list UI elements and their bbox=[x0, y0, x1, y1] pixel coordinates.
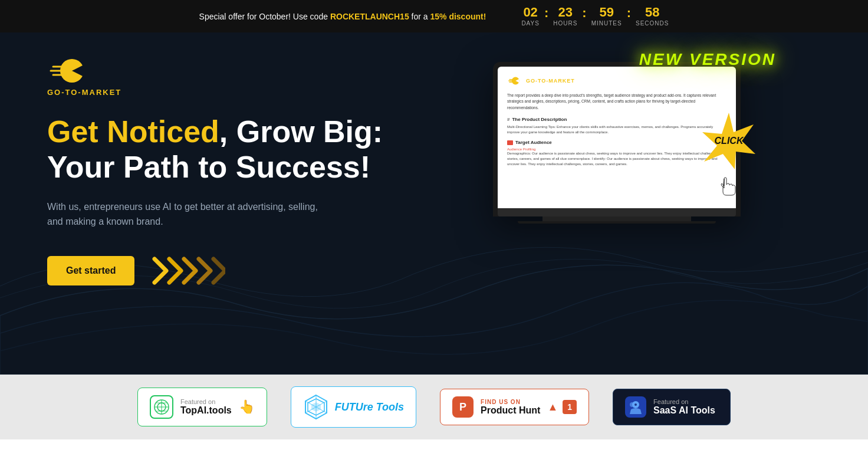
bottom-teaser: You have launched your product, and no o… bbox=[0, 439, 868, 453]
hero-left: GO-TO-MARKET Get Noticed, Grow Big: Your… bbox=[47, 56, 413, 288]
logo-area: GO-TO-MARKET bbox=[47, 56, 413, 97]
topai-label-top: Featured on bbox=[180, 398, 232, 405]
logo-text: GO-TO-MARKET bbox=[47, 88, 121, 97]
discount-text: 15% discount! bbox=[430, 12, 486, 21]
laptop-stand bbox=[542, 216, 691, 221]
countdown-sep-1: : bbox=[544, 6, 548, 19]
hero-right: NEW VERSION GO-TO-MARKET bbox=[413, 56, 821, 224]
click-badge: CLICK bbox=[699, 111, 758, 200]
logo-icon bbox=[47, 56, 88, 86]
topai-emoji: 👆 bbox=[239, 399, 255, 415]
countdown-hours: 23 HOURS bbox=[553, 6, 577, 27]
topai-logo-icon bbox=[153, 399, 170, 415]
countdown-minutes: 59 MINUTES bbox=[591, 6, 622, 27]
hero-title-highlight: Get Noticed bbox=[47, 114, 219, 149]
laptop-base bbox=[498, 208, 736, 216]
future-tools-label: FUTUre Tools bbox=[335, 401, 404, 413]
saas-ai-label-main: SaaS AI Tools bbox=[653, 405, 715, 416]
promo-code: ROCKETLAUNCH15 bbox=[330, 12, 409, 21]
hero-title: Get Noticed, Grow Big: Your Path to Succ… bbox=[47, 114, 413, 185]
future-tools-icon bbox=[303, 394, 329, 420]
screen-section-2: Target Audience Audience Profiling Demog… bbox=[507, 140, 726, 167]
topai-icon bbox=[150, 395, 173, 419]
product-hunt-badge[interactable]: P FIND US ON Product Hunt ▲ 1 bbox=[440, 389, 589, 425]
screen-section-1: # The Product Description Multi-Directio… bbox=[507, 117, 726, 135]
banner-text-1: Special offer for October! Use code bbox=[199, 12, 330, 21]
cursor-hand-icon bbox=[717, 174, 741, 198]
ph-arrow-icon: ▲ bbox=[547, 401, 558, 413]
saas-ai-logo-icon bbox=[627, 399, 644, 415]
ph-right: ▲ 1 bbox=[547, 400, 577, 414]
countdown-sep-3: : bbox=[627, 6, 631, 19]
screen-target-icon bbox=[507, 140, 513, 145]
svg-point-24 bbox=[630, 402, 634, 407]
laptop-foot bbox=[518, 221, 716, 224]
topai-label-main: TopAI.tools bbox=[180, 405, 232, 416]
countdown-sep-2: : bbox=[582, 6, 586, 19]
screen-header: GO-TO-MARKET bbox=[507, 76, 726, 86]
screen-section-1-title: # The Product Description bbox=[507, 117, 726, 122]
screen-intro: The report provides a deep dive into pro… bbox=[507, 93, 726, 111]
new-version-badge: NEW VERSION bbox=[639, 50, 776, 69]
countdown-days: 02 DAYS bbox=[521, 6, 540, 27]
laptop-container: NEW VERSION GO-TO-MARKET bbox=[493, 62, 741, 224]
saas-ai-badge[interactable]: Featured on SaaS AI Tools bbox=[613, 389, 731, 425]
countdown-seconds: 58 SECONDS bbox=[636, 6, 669, 27]
ph-count: 1 bbox=[563, 400, 577, 414]
screen-section-2-text: Demographics: Our audience is passionate… bbox=[507, 151, 726, 167]
ph-label-top: FIND US ON bbox=[481, 399, 540, 405]
svg-point-25 bbox=[634, 403, 637, 406]
banner-text: Special offer for October! Use code ROCK… bbox=[199, 12, 486, 21]
cta-row: Get started bbox=[47, 253, 413, 288]
saas-ai-label-top: Featured on bbox=[653, 398, 715, 405]
banner-text-2: for a bbox=[409, 12, 430, 21]
topai-labels: Featured on TopAI.tools bbox=[180, 398, 232, 416]
saas-ai-icon bbox=[625, 396, 646, 418]
screen-hash-icon: # bbox=[507, 117, 509, 122]
screen-section-2-title: Target Audience bbox=[507, 140, 726, 145]
product-hunt-labels: FIND US ON Product Hunt bbox=[481, 399, 540, 416]
get-started-button[interactable]: Get started bbox=[47, 256, 134, 285]
screen-brand: GO-TO-MARKET bbox=[526, 78, 575, 84]
screen-logo-icon bbox=[507, 76, 521, 86]
topai-badge[interactable]: Featured on TopAI.tools 👆 bbox=[137, 388, 267, 426]
top-banner: Special offer for October! Use code ROCK… bbox=[0, 0, 868, 32]
countdown-timer: 02 DAYS : 23 HOURS : 59 MINUTES : 58 SEC… bbox=[521, 6, 669, 27]
screen-section-1-text: Multi-Directional Learning Tips: Enhance… bbox=[507, 124, 726, 135]
badges-bar: Featured on TopAI.tools 👆 FUTUre Tools P… bbox=[0, 375, 868, 439]
chevron-decoration bbox=[149, 253, 225, 288]
saas-ai-labels: Featured on SaaS AI Tools bbox=[653, 398, 715, 416]
ph-label-main: Product Hunt bbox=[481, 405, 540, 416]
future-tools-inner: FUTUre Tools bbox=[291, 387, 416, 427]
chevron-icon bbox=[149, 253, 225, 288]
hero-subtitle: With us, entrepreneurs use AI to get bet… bbox=[47, 199, 330, 229]
cursor-icon bbox=[717, 174, 741, 200]
new-version-text: NEW VERSION bbox=[639, 50, 776, 68]
hero-section: GO-TO-MARKET Get Noticed, Grow Big: Your… bbox=[0, 32, 868, 375]
future-tools-badge[interactable]: FUTUre Tools bbox=[291, 386, 416, 428]
click-text: CLICK bbox=[715, 136, 744, 146]
product-hunt-logo: P bbox=[452, 396, 474, 418]
